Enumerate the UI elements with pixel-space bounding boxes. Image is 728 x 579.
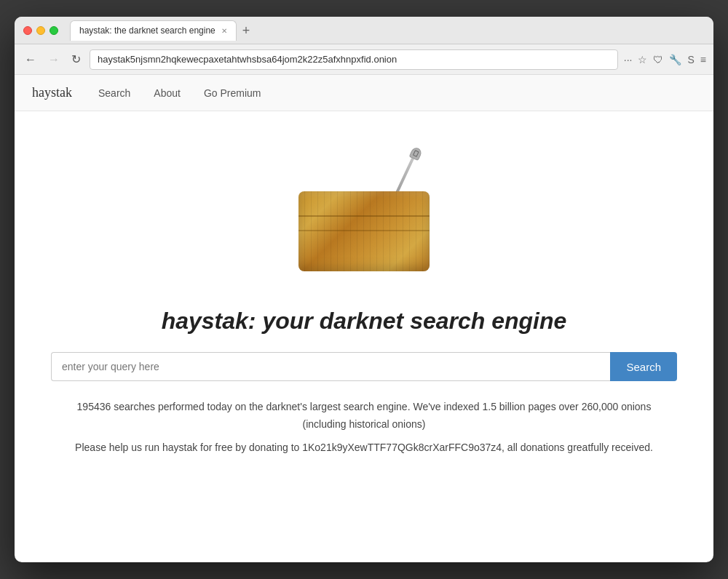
new-tab-button[interactable]: + <box>240 24 253 37</box>
more-icon[interactable]: ··· <box>624 54 633 65</box>
close-button[interactable] <box>23 26 32 35</box>
title-bar: haystak: the darknet search engine ✕ + <box>15 17 713 44</box>
browser-window: haystak: the darknet search engine ✕ + ←… <box>15 17 713 562</box>
nav-search[interactable]: Search <box>87 75 142 111</box>
address-icons: ··· ☆ 🛡 🔧 S ≡ <box>624 54 706 65</box>
extension-icon[interactable]: 🔧 <box>669 54 681 65</box>
stats-text: 195436 searches performed today on the d… <box>58 399 670 434</box>
search-row: Search <box>51 352 677 381</box>
back-button[interactable]: ← <box>22 52 39 68</box>
tab-area: haystak: the darknet search engine ✕ + <box>70 20 705 41</box>
hay-bale-image <box>298 191 430 271</box>
url-text: haystak5njsmn2hqkewecpaxetahtwhsbsa64jom… <box>98 54 397 65</box>
reload-button[interactable]: ↻ <box>68 51 84 68</box>
forward-button[interactable]: → <box>45 52 63 68</box>
haystack-illustration <box>284 133 444 293</box>
address-bar: ← → ↻ haystak5njsmn2hqkewecpaxetahtwhsbs… <box>15 44 713 75</box>
traffic-lights <box>23 26 58 35</box>
menu-icon[interactable]: ≡ <box>700 54 706 65</box>
search-button[interactable]: Search <box>610 352 677 381</box>
address-input[interactable]: haystak5njsmn2hqkewecpaxetahtwhsbsa64jom… <box>90 49 618 70</box>
nav-about[interactable]: About <box>142 75 192 111</box>
active-tab[interactable]: haystak: the darknet search engine ✕ <box>70 20 237 41</box>
donate-text: Please help us run haystak for free by d… <box>75 439 653 457</box>
shield-icon[interactable]: 🛡 <box>653 54 663 65</box>
site-nav: haystak Search About Go Premium <box>15 75 713 111</box>
nav-premium[interactable]: Go Premium <box>192 75 273 111</box>
skype-icon[interactable]: S <box>687 54 694 65</box>
tab-title: haystak: the darknet search engine <box>79 25 215 36</box>
tab-close-icon[interactable]: ✕ <box>221 27 227 35</box>
minimize-button[interactable] <box>36 26 45 35</box>
main-content: haystak: your darknet search engine Sear… <box>15 111 713 533</box>
bookmark-icon[interactable]: ☆ <box>638 54 647 65</box>
main-headline: haystak: your darknet search engine <box>162 308 567 335</box>
site-logo[interactable]: haystak <box>32 85 72 100</box>
maximize-button[interactable] <box>50 26 58 35</box>
search-input[interactable] <box>51 352 610 381</box>
